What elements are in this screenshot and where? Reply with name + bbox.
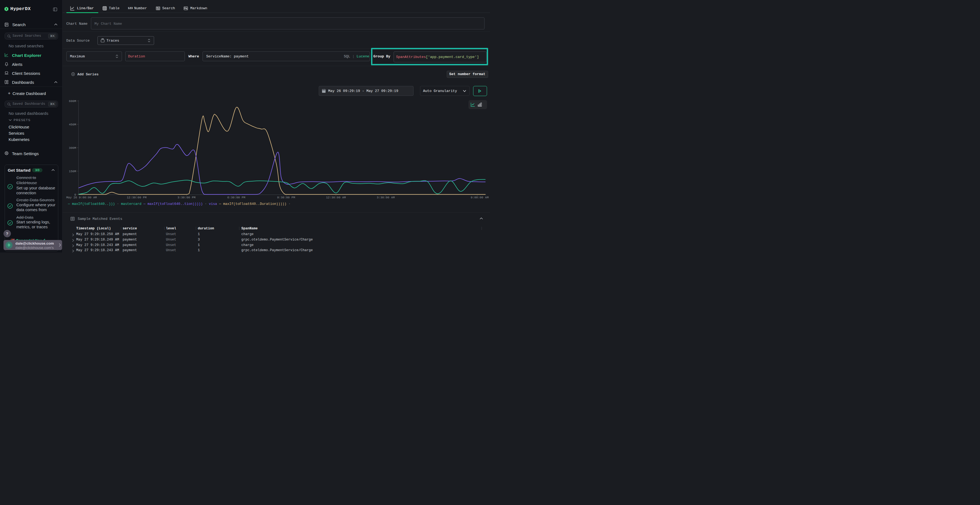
svg-text:450M: 450M	[69, 123, 76, 126]
svg-text:12:30:00 PM: 12:30:00 PM	[127, 196, 147, 199]
svg-text:9:00:00 AM: 9:00:00 AM	[471, 196, 488, 199]
svg-text:150M: 150M	[69, 170, 76, 173]
svg-text:May 26 9:00:00 AM: May 26 9:00:00 AM	[67, 196, 97, 199]
svg-text:9:30:00 PM: 9:30:00 PM	[277, 196, 295, 199]
svg-text:12:30:00 AM: 12:30:00 AM	[326, 196, 346, 199]
svg-text:3:30:00 PM: 3:30:00 PM	[178, 196, 196, 199]
svg-text:6:30:00 PM: 6:30:00 PM	[227, 196, 245, 199]
svg-text:600M: 600M	[69, 100, 76, 103]
svg-text:3:30:00 AM: 3:30:00 AM	[377, 196, 395, 199]
svg-text:300M: 300M	[69, 146, 76, 150]
